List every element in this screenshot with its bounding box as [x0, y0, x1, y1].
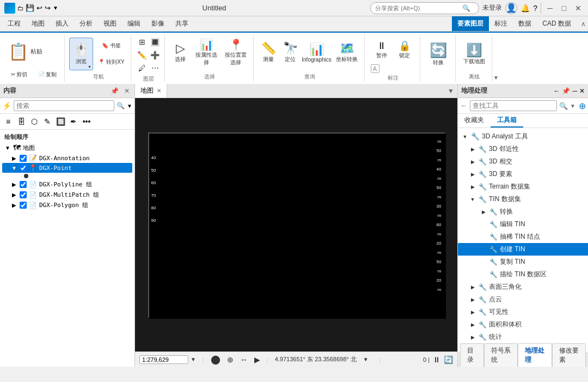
terrain-expander[interactable]: ▶	[469, 183, 476, 191]
map-tab[interactable]: 地图 ✕	[135, 84, 167, 98]
gp-item-visibility[interactable]: ▶ 🔧 可见性	[458, 306, 588, 318]
gp-item-tin-extract[interactable]: ▶ 🔧 抽稀 TIN 结点	[458, 231, 588, 243]
locate-button[interactable]: 🔭 定位	[280, 36, 301, 69]
menu-view[interactable]: 视图	[98, 16, 122, 31]
attr-select-button[interactable]: 📊 按属性选择	[192, 36, 220, 69]
visibility-expander[interactable]: ▶	[469, 308, 476, 316]
undo-icon[interactable]: ↩	[36, 4, 42, 12]
layer-btn-2[interactable]: 🔳	[149, 36, 161, 48]
copy-button[interactable]: 📄 复制	[34, 67, 61, 82]
proximity-expander[interactable]: ▶	[469, 145, 476, 153]
panel-search-options-icon[interactable]: ▼	[127, 103, 132, 109]
dropdown-arrow[interactable]: ▼	[53, 5, 58, 11]
select-button[interactable]: ▷ 选择	[169, 36, 191, 69]
layer-dgx-polyline[interactable]: ▶ 📄 DGX-Polyline 组	[2, 179, 132, 190]
layer-btn-5[interactable]: 🖊	[136, 62, 148, 74]
user-icon[interactable]: 👤	[505, 2, 517, 14]
annotation-checkbox[interactable]	[20, 155, 27, 162]
gp-item-area-volume[interactable]: ▶ 🔧 面积和体积	[458, 318, 588, 331]
status-refresh-btn[interactable]: 🔄	[444, 355, 453, 364]
panel-search-input[interactable]	[14, 100, 114, 111]
cut-button[interactable]: ✂ 剪切	[5, 67, 33, 82]
panel-tool-db[interactable]: 🗄	[15, 116, 27, 128]
convert-button[interactable]: 🔄 转换	[425, 36, 452, 72]
goto-xy-button[interactable]: 📍 转到XY	[95, 54, 127, 70]
layer-btn-6[interactable]: ⋯	[149, 62, 161, 74]
maximize-button[interactable]: □	[559, 3, 569, 14]
gp-item-3d-proximity[interactable]: ▶ 🔧 3D 邻近性	[458, 143, 588, 155]
gp-item-tin-edit[interactable]: ▶ 🔧 编辑 TIN	[458, 218, 588, 231]
area-volume-expander[interactable]: ▶	[469, 321, 476, 329]
redo-icon[interactable]: ↪	[45, 4, 51, 12]
map-canvas[interactable]: m 50 m 40 m 50 m 30 m 60 m 20 m 50 m 20	[135, 98, 457, 351]
right-panel-minimize-icon[interactable]: ─	[572, 87, 577, 95]
layer-dgx-annotation[interactable]: ▶ 📝 DGX-Annotation	[2, 153, 132, 163]
gp-search-dropdown[interactable]: ▼	[570, 103, 575, 109]
layer-btn-4[interactable]: ➕	[149, 49, 161, 61]
elements-expander[interactable]: ▶	[469, 171, 476, 178]
gp-tab-favorites[interactable]: 收藏夹	[458, 114, 491, 128]
menu-annotation[interactable]: 标注	[489, 16, 513, 31]
menu-insert[interactable]: 插入	[50, 16, 74, 31]
menu-project[interactable]: 工程	[2, 16, 26, 31]
bookmark-button[interactable]: 🔖 书签	[95, 38, 127, 53]
panel-tool-add[interactable]: 🔲	[54, 116, 66, 128]
polygon-expander-icon[interactable]: ▶	[11, 202, 17, 209]
gp-search-input[interactable]	[470, 100, 557, 111]
nav-tool-3[interactable]: ↔	[240, 355, 248, 364]
ribbon-collapse-icon[interactable]: ∧	[581, 20, 586, 28]
nav-tool-1[interactable]: ⬤	[211, 354, 220, 365]
statistics-expander[interactable]: ▶	[469, 334, 476, 341]
layer-btn-3[interactable]: ✏️	[136, 49, 148, 61]
filter-icon[interactable]: ⚡	[2, 101, 11, 110]
polyline-checkbox[interactable]	[20, 181, 27, 188]
menu-map[interactable]: 地图	[26, 16, 50, 31]
infographics-button[interactable]: 📊 Infographics	[302, 36, 332, 69]
gp-item-draw-tin[interactable]: ▶ 🔧 描绘 TIN 数据区	[458, 268, 588, 281]
notification-icon[interactable]: 🔔	[520, 4, 530, 13]
right-panel-close-icon[interactable]: ✕	[579, 87, 585, 95]
map-tab-close-button[interactable]: ✕	[157, 88, 161, 94]
coord-dropdown-icon[interactable]: ▼	[363, 356, 369, 362]
menu-edit[interactable]: 编辑	[122, 16, 146, 31]
bottom-tab-geoprocessing[interactable]: 地理处理	[518, 343, 552, 367]
search-icon[interactable]: 🔍	[117, 102, 125, 110]
3d-analyst-expander[interactable]: ▼	[461, 133, 469, 141]
paste-button[interactable]: 📋 粘贴	[5, 36, 47, 66]
pause-button[interactable]: ⏸ 暂停	[371, 36, 393, 63]
global-search-box[interactable]: 🔍	[370, 2, 479, 14]
tin-dataset-expander[interactable]: ▼	[469, 196, 476, 203]
gp-tab-toolbox[interactable]: 工具箱	[491, 114, 523, 128]
minimize-button[interactable]: ─	[544, 3, 555, 14]
menu-share[interactable]: 共享	[170, 16, 194, 31]
nav-tool-4[interactable]: ▶	[254, 355, 260, 364]
gp-item-terrain[interactable]: ▶ 🔧 Terrain 数据集	[458, 180, 588, 193]
location-select-button[interactable]: 📍 按位置置选择	[222, 36, 250, 69]
layer-dgx-point[interactable]: ▼ 📍 DGX-Point	[2, 163, 132, 173]
scale-input[interactable]	[139, 355, 188, 364]
polyline-expander-icon[interactable]: ▶	[11, 181, 17, 188]
lock-button[interactable]: 🔒 锁定	[394, 36, 415, 63]
panel-tool-edit[interactable]: ✎	[41, 116, 53, 128]
menu-data[interactable]: 数据	[513, 16, 537, 31]
point-checkbox[interactable]	[20, 165, 27, 172]
menu-cad-data[interactable]: CAD 数据	[537, 16, 577, 31]
panel-tool-more[interactable]: •••	[81, 116, 93, 128]
annotation-expander-icon[interactable]: ▶	[11, 155, 17, 161]
nav-tool-2[interactable]: ⊕	[227, 355, 234, 364]
point-cloud-expander[interactable]: ▶	[469, 296, 476, 304]
gp-back-btn[interactable]: ←	[460, 101, 468, 110]
bottom-tab-catalog[interactable]: 目录	[460, 343, 484, 367]
layer-dgx-multipatch[interactable]: ▶ 📄 DGX-MultiPatch 组	[2, 190, 132, 200]
tin-convert-expander[interactable]: ▶	[480, 208, 487, 216]
global-search-input[interactable]	[375, 5, 462, 11]
panel-tool-filter[interactable]: ⬡	[28, 116, 40, 128]
bottom-tab-symbols[interactable]: 符号系统	[484, 343, 518, 367]
download-map-button[interactable]: ⬇️ 下载地图	[460, 36, 488, 72]
panel-close-button[interactable]: ✕	[122, 87, 131, 95]
point-expander-icon[interactable]: ▼	[11, 165, 17, 171]
gp-search-icon[interactable]: 🔍	[559, 102, 568, 110]
coord-transform-button[interactable]: 🗺️ 坐标转换	[333, 36, 361, 69]
layer-map[interactable]: ▼ 🗺 地图	[2, 142, 132, 153]
gp-item-create-tin[interactable]: ▶ 🔧 创建 TIN	[458, 243, 588, 256]
